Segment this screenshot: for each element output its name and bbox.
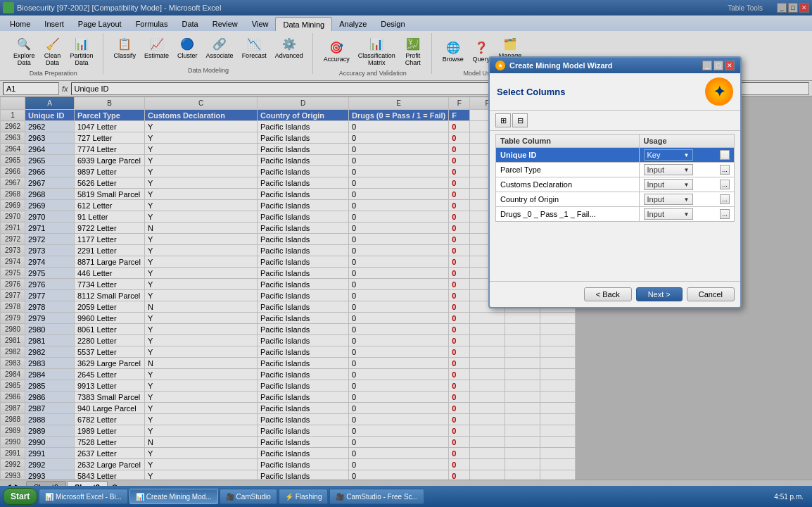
usage-dropdown-0[interactable]: Key ▼ xyxy=(644,149,693,161)
usage-info-btn-0[interactable]: ... xyxy=(720,150,730,160)
dropdown-arrow-4: ▼ xyxy=(684,211,690,218)
dialog-spacer xyxy=(490,225,740,281)
usage-dropdown-2[interactable]: Input ▼ xyxy=(644,179,693,190)
taskbar-item-excel[interactable]: 📊 Microsoft Excel - Bi... xyxy=(39,489,128,504)
taskbar-clock: 4:51 p.m. xyxy=(768,493,809,501)
dialog-window-controls: _ □ ✕ xyxy=(702,61,735,70)
usage-value-1: Input xyxy=(647,165,664,174)
usage-info-btn-1[interactable]: ... xyxy=(720,165,730,175)
dialog-columns-table: Table Column Usage Unique ID Key ▼ ... P… xyxy=(495,134,735,222)
start-button[interactable]: Start xyxy=(3,488,37,505)
dialog-minimize-button[interactable]: _ xyxy=(702,61,712,70)
dialog-toolbar-btn1[interactable]: ⊞ xyxy=(495,113,511,127)
dropdown-arrow-1: ▼ xyxy=(684,167,690,173)
dialog-logo: ✦ xyxy=(705,77,733,106)
dialog-restore-button[interactable]: □ xyxy=(713,61,723,70)
dialog-header-text: Select Columns xyxy=(497,87,566,97)
dialog-table-row[interactable]: Parcel Type Input ▼ ... xyxy=(496,163,735,177)
dialog-title-icon: ★ xyxy=(495,61,505,70)
usage-cell-0: Key ▼ ... xyxy=(644,149,730,161)
usage-dropdown-1[interactable]: Input ▼ xyxy=(644,164,693,175)
cancel-button[interactable]: Cancel xyxy=(687,287,735,301)
usage-info-btn-2[interactable]: ... xyxy=(720,180,730,189)
dialog-title-text: Create Mining Model Wizard xyxy=(509,61,702,70)
dialog-column-name-4[interactable]: Drugs _0 _ Pass _1 _ Fail... xyxy=(496,207,640,222)
dialog-usage-cell-0[interactable]: Key ▼ ... xyxy=(639,148,734,163)
dropdown-arrow-0: ▼ xyxy=(684,152,690,158)
taskbar-item-camstudio[interactable]: 🎥 CamStudio xyxy=(220,489,277,504)
dialog-column-name-1[interactable]: Parcel Type xyxy=(496,163,640,177)
dialog-close-button[interactable]: ✕ xyxy=(725,61,735,70)
dialog-toolbar: ⊞ ⊟ xyxy=(490,111,740,131)
taskbar-items: 📊 Microsoft Excel - Bi... 📊 Create Minin… xyxy=(39,489,767,504)
usage-cell-2: Input ▼ ... xyxy=(644,179,730,190)
dialog-header: Select Columns ✦ xyxy=(490,73,740,111)
dialog-column-name-3[interactable]: Country of Origin xyxy=(496,192,640,207)
dialog-toolbar-btn2[interactable]: ⊟ xyxy=(512,113,528,127)
dialog-table-row[interactable]: Customs Declaration Input ▼ ... xyxy=(496,177,735,192)
dialog-title-bar: ★ Create Mining Model Wizard _ □ ✕ xyxy=(490,58,740,73)
dialog-col-header-column: Table Column xyxy=(496,134,640,148)
usage-cell-3: Input ▼ ... xyxy=(644,194,730,205)
dialog-column-name-0[interactable]: Unique ID xyxy=(496,148,640,163)
dialog-footer: < Back Next > Cancel xyxy=(490,281,740,307)
usage-dropdown-4[interactable]: Input ▼ xyxy=(644,208,693,220)
taskbar-item-flashing[interactable]: ⚡ Flashing xyxy=(279,489,329,504)
dropdown-arrow-3: ▼ xyxy=(684,196,690,203)
usage-info-btn-3[interactable]: ... xyxy=(720,194,730,204)
dialog-overlay: ★ Create Mining Model Wizard _ □ ✕ Selec… xyxy=(0,0,812,486)
usage-value-3: Input xyxy=(647,195,664,204)
dropdown-arrow-2: ▼ xyxy=(684,182,690,188)
dialog-usage-cell-2[interactable]: Input ▼ ... xyxy=(639,177,734,192)
usage-dropdown-3[interactable]: Input ▼ xyxy=(644,194,693,205)
dialog-col-header-usage: Usage xyxy=(639,134,734,148)
usage-value-0: Key xyxy=(647,151,661,159)
usage-value-4: Input xyxy=(647,210,664,218)
dialog-body: Table Column Usage Unique ID Key ▼ ... P… xyxy=(490,131,740,225)
usage-cell-1: Input ▼ ... xyxy=(644,164,730,175)
dialog-table-row[interactable]: Country of Origin Input ▼ ... xyxy=(496,192,735,207)
dialog-column-name-2[interactable]: Customs Declaration xyxy=(496,177,640,192)
dialog-table-row[interactable]: Drugs _0 _ Pass _1 _ Fail... Input ▼ ... xyxy=(496,207,735,222)
usage-cell-4: Input ▼ ... xyxy=(644,208,730,220)
back-button[interactable]: < Back xyxy=(584,287,632,301)
taskbar: Start 📊 Microsoft Excel - Bi... 📊 Create… xyxy=(0,486,812,507)
usage-value-2: Input xyxy=(647,180,664,189)
next-button[interactable]: Next > xyxy=(636,287,683,301)
taskbar-item-mining[interactable]: 📊 Create Mining Mod... xyxy=(129,489,218,504)
dialog-usage-cell-4[interactable]: Input ▼ ... xyxy=(639,207,734,222)
dialog-usage-cell-1[interactable]: Input ▼ ... xyxy=(639,163,734,177)
taskbar-item-camstudio2[interactable]: 🎥 CamStudio - Free Sc... xyxy=(329,489,424,504)
mining-wizard-dialog: ★ Create Mining Model Wizard _ □ ✕ Selec… xyxy=(488,56,742,308)
dialog-usage-cell-3[interactable]: Input ▼ ... xyxy=(639,192,734,207)
usage-info-btn-4[interactable]: ... xyxy=(720,209,730,219)
dialog-table-row[interactable]: Unique ID Key ▼ ... xyxy=(496,148,735,163)
